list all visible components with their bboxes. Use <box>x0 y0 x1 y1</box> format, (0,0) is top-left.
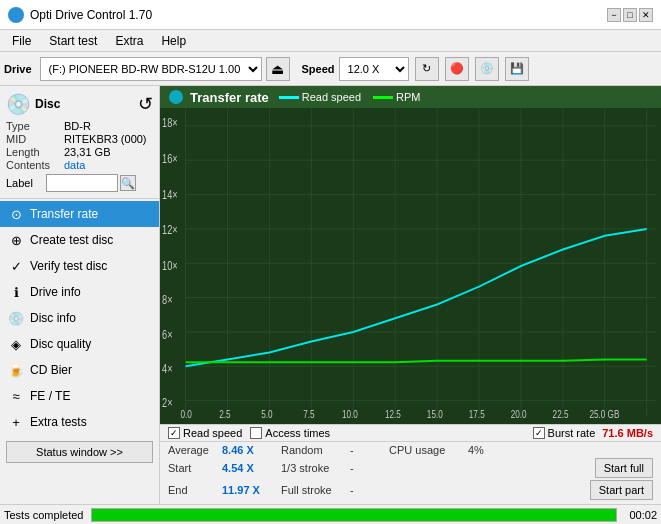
minimize-button[interactable]: − <box>607 8 621 22</box>
fe-te-icon: ≈ <box>8 388 24 404</box>
nav-item-transfer-rate[interactable]: ⊙ Transfer rate <box>0 201 159 227</box>
title-controls: − □ ✕ <box>607 8 653 22</box>
settings-button[interactable]: 🔴 <box>445 57 469 81</box>
chart-svg: 18× 16× 14× 12× 10× 8× 6× 4× 2× <box>160 108 661 424</box>
nav-item-cd-bier[interactable]: 🍺 CD Bier <box>0 357 159 383</box>
toolbar: Drive (F:) PIONEER BD-RW BDR-S12U 1.00 ⏏… <box>0 52 661 86</box>
nav-item-fe-te[interactable]: ≈ FE / TE <box>0 383 159 409</box>
close-button[interactable]: ✕ <box>639 8 653 22</box>
eject-button[interactable]: ⏏ <box>266 57 290 81</box>
nav-item-create-test-disc[interactable]: ⊕ Create test disc <box>0 227 159 253</box>
progress-bar <box>91 508 617 522</box>
read-speed-checkbox-label: Read speed <box>183 427 242 439</box>
legend-rpm: RPM <box>373 91 420 103</box>
status-window-button[interactable]: Status window >> <box>6 441 153 463</box>
read-speed-checkbox[interactable] <box>168 427 180 439</box>
nav-item-verify-test-disc[interactable]: ✓ Verify test disc <box>0 253 159 279</box>
disc-info-icon: 💿 <box>8 310 24 326</box>
svg-text:2.5: 2.5 <box>219 408 230 420</box>
stat-label-end: End <box>168 484 218 496</box>
stat-val-cpu: 4% <box>468 444 508 456</box>
svg-text:20.0: 20.0 <box>511 408 527 420</box>
app-title: Opti Drive Control 1.70 <box>30 8 152 22</box>
burst-rate-checkbox-label: Burst rate <box>548 427 596 439</box>
access-times-checkbox-item: Access times <box>250 427 330 439</box>
disc-icon: 💿 <box>6 92 31 116</box>
burst-rate-checkbox-item: Burst rate 71.6 MB/s <box>533 427 653 439</box>
sidebar: 💿 Disc ↺ Type BD-R MID RITEKBR3 (000) Le… <box>0 86 160 504</box>
stat-label-1-3-stroke: 1/3 stroke <box>281 462 346 474</box>
chart-area: 18× 16× 14× 12× 10× 8× 6× 4× 2× <box>160 108 661 424</box>
disc-label-browse-button[interactable]: 🔍 <box>120 175 136 191</box>
nav-label-disc-quality: Disc quality <box>30 337 91 351</box>
menu-start-test[interactable]: Start test <box>41 32 105 50</box>
chart-info-bar: Read speed Access times Burst rate 71.6 … <box>160 424 661 441</box>
svg-text:16×: 16× <box>162 152 178 166</box>
drive-label: Drive <box>4 63 32 75</box>
start-part-button[interactable]: Start part <box>590 480 653 500</box>
disc-quality-icon: ◈ <box>8 336 24 352</box>
main-area: 💿 Disc ↺ Type BD-R MID RITEKBR3 (000) Le… <box>0 86 661 504</box>
nav-label-cd-bier: CD Bier <box>30 363 72 377</box>
disc-refresh-icon[interactable]: ↺ <box>138 93 153 115</box>
burst-rate-value: 71.6 MB/s <box>602 427 653 439</box>
menu-file[interactable]: File <box>4 32 39 50</box>
menu-bar: File Start test Extra Help <box>0 30 661 52</box>
progress-fill <box>92 509 616 521</box>
speed-label: Speed <box>302 63 335 75</box>
title-bar-left: Opti Drive Control 1.70 <box>8 7 152 23</box>
svg-point-0 <box>169 90 183 104</box>
legend-rpm-label: RPM <box>396 91 420 103</box>
nav-item-extra-tests[interactable]: + Extra tests <box>0 409 159 435</box>
nav-label-disc-info: Disc info <box>30 311 76 325</box>
stat-val-average: 8.46 X <box>222 444 277 456</box>
start-full-button[interactable]: Start full <box>595 458 653 478</box>
nav-item-drive-info[interactable]: ℹ Drive info <box>0 279 159 305</box>
disc-button[interactable]: 💿 <box>475 57 499 81</box>
menu-help[interactable]: Help <box>153 32 194 50</box>
maximize-button[interactable]: □ <box>623 8 637 22</box>
extra-tests-icon: + <box>8 414 24 430</box>
app-icon <box>8 7 24 23</box>
refresh-button[interactable]: ↻ <box>415 57 439 81</box>
nav-label-transfer-rate: Transfer rate <box>30 207 98 221</box>
stat-label-random: Random <box>281 444 346 456</box>
disc-label-key: Label <box>6 177 46 189</box>
disc-mid-value: RITEKBR3 (000) <box>64 133 147 145</box>
stat-val-start: 4.54 X <box>222 462 277 474</box>
access-times-checkbox[interactable] <box>250 427 262 439</box>
nav-label-extra-tests: Extra tests <box>30 415 87 429</box>
disc-label-row: Label 🔍 <box>6 174 153 192</box>
save-button[interactable]: 💾 <box>505 57 529 81</box>
menu-extra[interactable]: Extra <box>107 32 151 50</box>
stat-label-average: Average <box>168 444 218 456</box>
disc-length-value: 23,31 GB <box>64 146 110 158</box>
transfer-rate-icon: ⊙ <box>8 206 24 222</box>
svg-text:4×: 4× <box>162 362 172 376</box>
speed-select[interactable]: 12.0 X <box>339 57 409 81</box>
stat-val-random: - <box>350 444 375 456</box>
stat-label-full-stroke: Full stroke <box>281 484 346 496</box>
svg-text:14×: 14× <box>162 187 178 201</box>
disc-title: Disc <box>35 97 60 111</box>
disc-section: 💿 Disc ↺ Type BD-R MID RITEKBR3 (000) Le… <box>0 86 159 199</box>
disc-label-input[interactable] <box>46 174 118 192</box>
nav-label-drive-info: Drive info <box>30 285 81 299</box>
drive-select[interactable]: (F:) PIONEER BD-RW BDR-S12U 1.00 <box>40 57 262 81</box>
nav-item-disc-quality[interactable]: ◈ Disc quality <box>0 331 159 357</box>
svg-text:2×: 2× <box>162 396 172 410</box>
stats-row-average: Average 8.46 X Random - CPU usage 4% <box>168 444 653 456</box>
stat-label-start: Start <box>168 462 218 474</box>
chart-icon <box>168 89 184 105</box>
burst-rate-checkbox[interactable] <box>533 427 545 439</box>
svg-text:15.0: 15.0 <box>427 408 443 420</box>
legend-read-speed-color <box>279 96 299 99</box>
disc-mid-row: MID RITEKBR3 (000) <box>6 133 153 145</box>
svg-text:10×: 10× <box>162 259 178 273</box>
chart-header: Transfer rate Read speed RPM <box>160 86 661 108</box>
legend-read-speed: Read speed <box>279 91 361 103</box>
svg-rect-1 <box>160 108 661 424</box>
svg-text:18×: 18× <box>162 116 178 130</box>
nav-item-disc-info[interactable]: 💿 Disc info <box>0 305 159 331</box>
disc-contents-value: data <box>64 159 85 171</box>
